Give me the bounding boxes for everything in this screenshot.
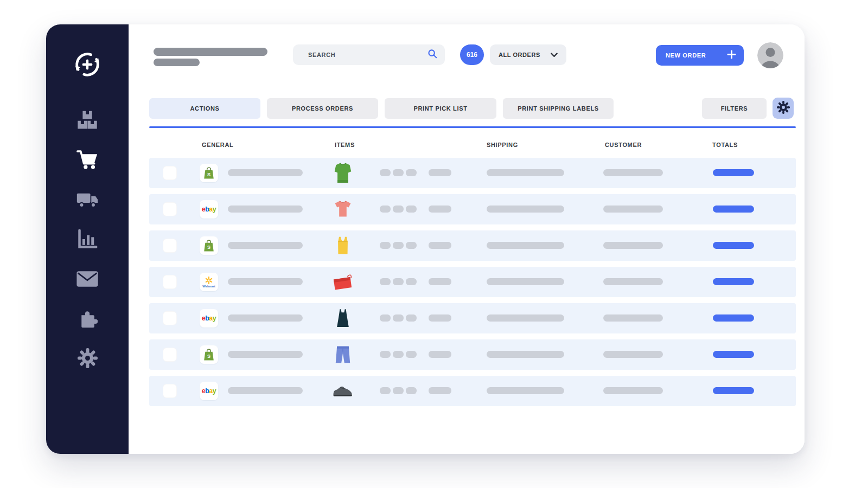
customer-placeholder — [603, 206, 663, 213]
table-settings-button[interactable] — [773, 98, 794, 119]
orders-filter-label: ALL ORDERS — [499, 52, 540, 58]
circular-arrows-plus-logo[interactable] — [72, 49, 103, 80]
order-info-placeholder — [228, 351, 303, 358]
blue-shorts-image — [332, 342, 354, 367]
customer-placeholder — [603, 169, 663, 176]
item-detail-pill — [406, 242, 417, 249]
item-detail-pill — [393, 206, 404, 213]
column-header-totals: TOTALS — [712, 142, 738, 148]
row-checkbox[interactable] — [163, 166, 177, 180]
orders-filter-dropdown[interactable]: ALL ORDERS — [490, 44, 566, 65]
column-header-shipping: SHIPPING — [487, 142, 518, 148]
row-checkbox[interactable] — [163, 384, 177, 398]
item-info-pill — [429, 206, 451, 213]
item-info-pill — [429, 387, 451, 394]
item-detail-pill — [380, 278, 391, 285]
puzzle-icon[interactable] — [76, 307, 99, 329]
chevron-down-icon — [551, 50, 558, 60]
row-checkbox[interactable] — [163, 239, 177, 253]
shipping-placeholder — [487, 206, 564, 213]
row-checkbox[interactable] — [163, 348, 177, 362]
avatar[interactable] — [757, 42, 783, 68]
svg-text:S: S — [207, 245, 210, 250]
item-detail-pill — [393, 387, 404, 394]
item-detail-pill — [393, 351, 404, 358]
navy-dress-image — [332, 306, 354, 331]
page-subtitle-skeleton — [154, 59, 200, 66]
order-row[interactable]: Walmart — [149, 267, 796, 297]
actions-button[interactable]: ACTIONS — [149, 98, 260, 119]
row-checkbox[interactable] — [163, 275, 177, 289]
order-count-badge[interactable]: 616 — [460, 44, 484, 65]
order-row[interactable]: ebay — [149, 194, 796, 224]
plus-icon — [727, 50, 736, 61]
order-total-pill — [713, 314, 754, 322]
item-info-pill — [429, 278, 451, 285]
order-row[interactable]: ebay — [149, 376, 796, 406]
print-shipping-labels-button[interactable]: PRINT SHIPPING LABELS — [503, 98, 614, 119]
green-sweater-image — [332, 160, 354, 185]
order-info-placeholder — [228, 314, 303, 322]
mail-icon[interactable] — [76, 268, 99, 290]
item-info-pill — [429, 242, 451, 249]
order-row[interactable]: S — [149, 158, 796, 188]
item-detail-pill — [380, 351, 391, 358]
item-detail-pill — [380, 387, 391, 394]
gear-icon — [777, 101, 790, 115]
cart-icon[interactable] — [76, 149, 99, 171]
search-input[interactable] — [308, 52, 427, 58]
row-checkbox[interactable] — [163, 311, 177, 325]
new-order-button[interactable]: NEW ORDER — [656, 45, 744, 66]
chart-icon[interactable] — [76, 228, 99, 250]
item-detail-pill — [406, 314, 417, 322]
item-detail-pill — [406, 387, 417, 394]
order-row[interactable]: ebay — [149, 303, 796, 333]
yellow-tank-top-image — [332, 233, 354, 258]
item-detail-pill — [393, 242, 404, 249]
item-detail-pill — [380, 169, 391, 176]
svg-text:S: S — [207, 172, 210, 177]
order-row[interactable]: S — [149, 339, 796, 370]
ebay-icon: ebay — [200, 382, 218, 400]
pink-tshirt-image — [332, 197, 354, 222]
customer-placeholder — [603, 314, 663, 322]
filters-button[interactable]: FILTERS — [702, 98, 767, 119]
new-order-label: NEW ORDER — [666, 52, 706, 59]
truck-icon[interactable] — [76, 189, 99, 210]
red-handbag-image — [332, 269, 354, 294]
sidebar-nav — [76, 110, 99, 369]
item-detail-pill — [380, 242, 391, 249]
boxes-icon[interactable] — [76, 110, 99, 131]
process-orders-button[interactable]: PROCESS ORDERS — [267, 98, 378, 119]
column-header-general: GENERAL — [202, 142, 233, 148]
gear-icon[interactable] — [76, 347, 99, 369]
item-info-pill — [429, 351, 451, 358]
walmart-icon: Walmart — [200, 273, 218, 291]
column-header-customer: CUSTOMER — [605, 142, 642, 148]
print-pick-list-button[interactable]: PRINT PICK LIST — [385, 98, 496, 119]
customer-placeholder — [603, 242, 663, 249]
shipping-placeholder — [487, 278, 564, 285]
ebay-icon: ebay — [200, 200, 218, 219]
item-detail-pill — [393, 278, 404, 285]
search-icon — [427, 49, 437, 61]
shipping-placeholder — [487, 314, 564, 322]
shipping-placeholder — [487, 169, 564, 176]
order-total-pill — [713, 351, 754, 358]
main-content: 616 ALL ORDERS NEW ORDER — [129, 24, 805, 454]
shipping-placeholder — [487, 351, 564, 358]
customer-placeholder — [603, 387, 663, 394]
svg-text:S: S — [207, 354, 210, 359]
order-info-placeholder — [228, 387, 303, 394]
order-total-pill — [713, 387, 754, 394]
order-total-pill — [713, 206, 754, 213]
shipping-placeholder — [487, 387, 564, 394]
order-info-placeholder — [228, 169, 303, 176]
item-detail-pill — [393, 169, 404, 176]
customer-placeholder — [603, 351, 663, 358]
order-total-pill — [713, 278, 754, 285]
ebay-icon: ebay — [200, 309, 218, 328]
order-row[interactable]: S — [149, 230, 796, 261]
row-checkbox[interactable] — [163, 202, 177, 216]
item-detail-pill — [406, 351, 417, 358]
